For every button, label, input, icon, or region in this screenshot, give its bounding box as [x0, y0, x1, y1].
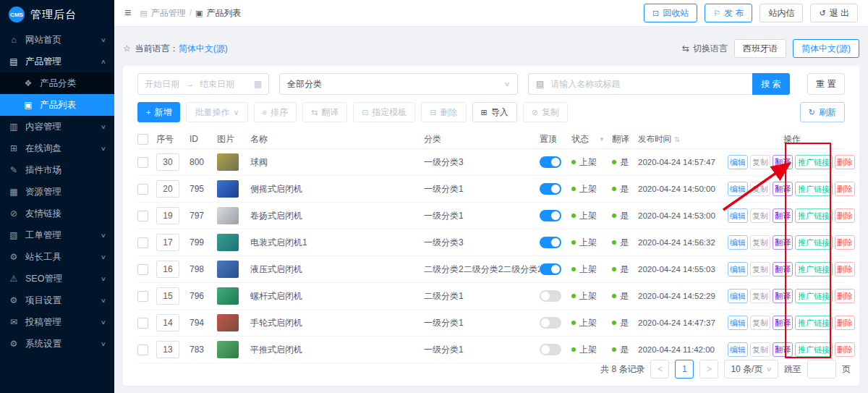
row-checkbox[interactable] — [137, 264, 148, 275]
translate-button[interactable]: 翻译 — [773, 155, 793, 169]
search-button[interactable]: 搜 索 — [752, 73, 790, 95]
prev-page-button[interactable]: < — [650, 360, 669, 379]
promo-link-button[interactable]: 推广链接 — [795, 289, 833, 303]
sidebar-item-product-list[interactable]: ▣产品列表 — [0, 94, 114, 116]
top-toggle[interactable] — [540, 156, 561, 168]
top-toggle[interactable] — [540, 317, 561, 329]
sidebar-item-home[interactable]: ⌂网站首页∨ — [0, 29, 114, 51]
filter-funnel-icon[interactable]: ▼ — [599, 136, 605, 143]
promo-link-button[interactable]: 推广链接 — [795, 182, 833, 196]
edit-button[interactable]: 编辑 — [728, 235, 748, 250]
top-toggle[interactable] — [540, 290, 561, 302]
delete-button[interactable]: 删除 — [835, 208, 855, 223]
batch-operation-button[interactable]: 批量操作 ∨ — [186, 102, 247, 122]
select-all-checkbox[interactable] — [137, 134, 148, 145]
delete-button[interactable]: 删除 — [835, 316, 855, 330]
edit-button[interactable]: 编辑 — [728, 262, 748, 276]
language-option-chinese[interactable]: 简体中文(源) — [793, 39, 859, 58]
row-checkbox[interactable] — [137, 237, 148, 248]
row-checkbox[interactable] — [137, 211, 148, 221]
delete-button[interactable]: 删除 — [835, 289, 855, 303]
promo-link-button[interactable]: 推广链接 — [795, 235, 833, 250]
edit-button[interactable]: 编辑 — [728, 155, 748, 169]
date-range-picker[interactable]: 开始日期 → 结束日期 ▦ — [137, 73, 269, 95]
copy-button[interactable]: 复制 — [750, 262, 770, 276]
promo-link-button[interactable]: 推广链接 — [795, 155, 833, 169]
seq-input[interactable]: 16 — [156, 261, 179, 278]
translate-button[interactable]: 翻译 — [773, 182, 793, 196]
site-message-button[interactable]: 站内信 — [760, 4, 803, 22]
copy-button[interactable]: 复制 — [750, 289, 770, 303]
reset-button[interactable]: 重 置 — [807, 73, 845, 95]
seq-input[interactable]: 19 — [156, 207, 179, 224]
row-checkbox[interactable] — [137, 157, 148, 168]
sidebar-item-work-order[interactable]: ▧工单管理∨ — [0, 224, 114, 246]
copy-button[interactable]: 复制 — [750, 182, 770, 196]
seq-input[interactable]: 17 — [156, 234, 179, 251]
sidebar-item-friend-links[interactable]: ⊘友情链接 — [0, 203, 114, 224]
delete-button[interactable]: 删除 — [835, 182, 855, 196]
translate-button[interactable]: 翻译 — [773, 208, 793, 223]
row-checkbox[interactable] — [137, 184, 148, 195]
copy-button[interactable]: 复制 — [750, 155, 770, 169]
current-language-value[interactable]: 简体中文(源) — [179, 43, 228, 55]
top-toggle[interactable] — [540, 183, 561, 195]
sidebar-item-product-category[interactable]: ❖产品分类 — [0, 72, 114, 94]
recycle-bin-button[interactable]: ⊡ 回收站 — [644, 4, 697, 22]
collapse-sidebar-icon[interactable]: ≡ — [124, 7, 131, 20]
delete-button[interactable]: 删除 — [835, 155, 855, 169]
edit-button[interactable]: 编辑 — [728, 289, 748, 303]
sidebar-item-project-settings[interactable]: ⚙项目设置∨ — [0, 290, 114, 311]
sidebar-item-product-manage[interactable]: ▤产品管理∧ — [0, 51, 114, 72]
seq-input[interactable]: 14 — [156, 314, 179, 331]
copy-button[interactable]: ⊘ 复制 — [523, 102, 568, 122]
copy-button[interactable]: 复制 — [750, 208, 770, 223]
promo-link-button[interactable]: 推广链接 — [795, 208, 833, 223]
delete-button[interactable]: 删除 — [835, 262, 855, 276]
top-toggle[interactable] — [540, 263, 561, 275]
page-size-select[interactable]: 10 条/页 ∨ — [724, 360, 778, 379]
sidebar-item-submission-manage[interactable]: ✉投稿管理∨ — [0, 311, 114, 333]
sort-button[interactable]: ≡ 排序 — [254, 102, 297, 122]
promo-link-button[interactable]: 推广链接 — [795, 316, 833, 330]
category-select[interactable]: 全部分类 ∨ — [279, 73, 518, 95]
row-checkbox[interactable] — [137, 291, 148, 302]
seq-input[interactable]: 15 — [156, 287, 179, 305]
translate-button[interactable]: 翻译 — [773, 316, 793, 330]
language-option-spanish[interactable]: 西班牙语 — [734, 39, 786, 58]
logout-button[interactable]: ↺ 退 出 — [810, 4, 858, 22]
jump-page-input[interactable] — [807, 360, 836, 379]
translate-button[interactable]: 翻译 — [773, 235, 793, 250]
promo-link-button[interactable]: 推广链接 — [795, 262, 833, 276]
sidebar-item-webmaster-tools[interactable]: ⚙站长工具∨ — [0, 246, 114, 268]
sidebar-item-seo-manage[interactable]: ⚠SEO管理∨ — [0, 268, 114, 290]
sidebar-item-system-settings[interactable]: ⚙系统设置∨ — [0, 333, 114, 355]
search-input[interactable] — [549, 78, 745, 90]
edit-button[interactable]: 编辑 — [728, 316, 748, 330]
top-toggle[interactable] — [540, 237, 561, 248]
translate-button[interactable]: 翻译 — [773, 289, 793, 303]
next-page-button[interactable]: > — [699, 360, 718, 379]
sidebar-item-plugin-market[interactable]: ✎插件市场 — [0, 159, 114, 181]
edit-button[interactable]: 编辑 — [728, 208, 748, 223]
delete-button[interactable]: ⊟ 删除 — [421, 102, 466, 122]
seq-input[interactable]: 30 — [156, 153, 179, 171]
publish-button[interactable]: ⚐ 发 布 — [705, 4, 752, 22]
sort-arrows-icon[interactable]: ⇅ — [674, 135, 680, 143]
add-button[interactable]: + 新增 — [137, 102, 180, 122]
copy-button[interactable]: 复制 — [750, 235, 770, 250]
seq-input[interactable]: 20 — [156, 180, 179, 198]
page-number[interactable]: 1 — [675, 360, 694, 379]
translate-button[interactable]: ⇆ 翻译 — [302, 102, 347, 122]
sidebar-item-content-manage[interactable]: ▥内容管理∨ — [0, 116, 114, 138]
sidebar-item-resource-manage[interactable]: ▦资源管理 — [0, 181, 114, 203]
translate-button[interactable]: 翻译 — [773, 262, 793, 276]
delete-button[interactable]: 删除 — [835, 235, 855, 250]
assign-template-button[interactable]: ⊡ 指定模板 — [353, 102, 415, 122]
import-button[interactable]: ⊞ 导入 — [472, 102, 517, 122]
top-toggle[interactable] — [540, 210, 561, 221]
copy-button[interactable]: 复制 — [750, 316, 770, 330]
row-checkbox[interactable] — [137, 318, 148, 329]
refresh-button[interactable]: ↻ 刷新 — [800, 102, 845, 122]
top-toggle[interactable] — [540, 344, 561, 355]
